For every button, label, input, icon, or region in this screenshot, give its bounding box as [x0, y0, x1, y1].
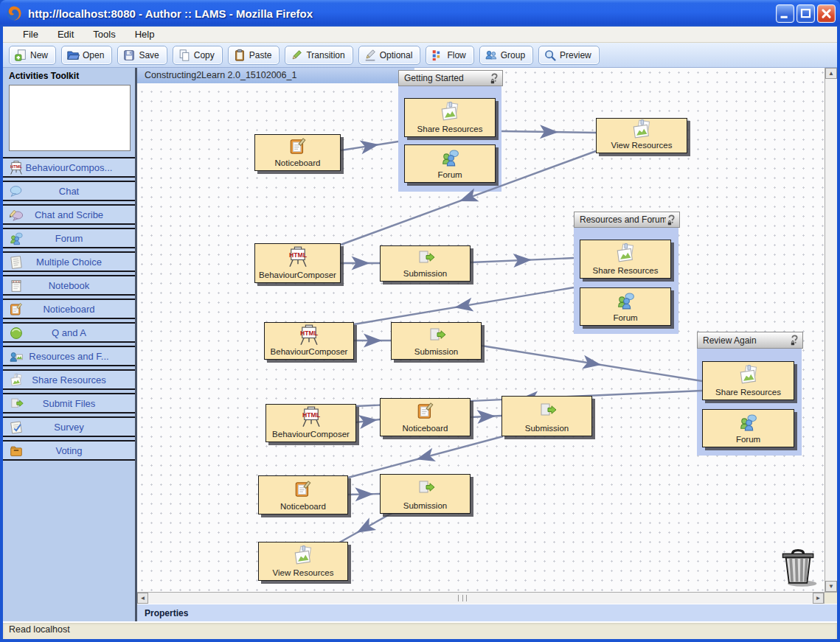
new-icon	[14, 49, 27, 62]
toolbar-button-label: Transition	[306, 50, 344, 60]
sidebar-item-behaviourcompos[interactable]: HTMLBehaviourCompos...	[3, 157, 135, 178]
activity-share-resources[interactable]: Share Resources	[404, 98, 496, 137]
sidebar-item-survey[interactable]: Survey	[3, 416, 135, 437]
resources-icon	[439, 101, 461, 123]
activity-submission[interactable]: Submission	[380, 245, 471, 282]
scroll-up-icon[interactable]: ▲	[825, 68, 837, 79]
status-bar: Read localhost	[3, 621, 837, 639]
resources-icon	[292, 545, 314, 567]
activity-label: Submission	[403, 269, 447, 278]
activity-behaviourcomposer[interactable]: HTMLBehaviourComposer	[254, 243, 341, 283]
maximize-button[interactable]	[796, 4, 815, 23]
submit-icon	[538, 401, 557, 420]
sidebar-item-share-resources[interactable]: Share Resources	[3, 369, 135, 390]
close-icon	[818, 4, 835, 23]
activity-label: Forum	[736, 435, 760, 444]
properties-panel-header[interactable]: Properties	[137, 604, 837, 621]
sidebar-item-chat-and-scribe[interactable]: Chat and Scribe	[3, 204, 135, 225]
activity-share-resources[interactable]: Share Resources	[702, 361, 794, 400]
svg-text:HTML: HTML	[10, 164, 22, 169]
activity-noticeboard[interactable]: Noticeboard	[380, 398, 471, 436]
toolbar-button-label: New	[30, 50, 48, 60]
activity-behaviourcomposer[interactable]: HTMLBehaviourComposer	[265, 404, 356, 442]
resources-icon	[9, 373, 24, 388]
activity-label: Share Resources	[417, 125, 483, 133]
scroll-right-icon[interactable]: ►	[813, 593, 824, 604]
authoring-canvas[interactable]: Constructing2Learn 2.0_15102006_1 Gettin…	[137, 68, 837, 592]
activity-forum[interactable]: Forum	[404, 144, 496, 183]
activity-label: Forum	[437, 170, 462, 179]
sidebar-item-submit-files[interactable]: Submit Files	[3, 393, 135, 414]
horizontal-scroll-track[interactable]	[148, 593, 813, 604]
content-area: Activities Toolkit HTMLBehaviourCompos..…	[3, 68, 837, 621]
window-titlebar: http://localhost:8080 - Author :: LAMS -…	[0, 0, 840, 27]
menu-edit[interactable]: Edit	[48, 27, 83, 41]
trash-bin[interactable]	[777, 548, 821, 588]
sidebar-item-label: Notebook	[49, 280, 90, 291]
activity-submission[interactable]: Submission	[391, 322, 482, 360]
toolbar-button-label: Optional	[380, 50, 413, 60]
sidebar-item-notebook[interactable]: Notebook	[3, 275, 135, 296]
sidebar-item-label: Voting	[55, 445, 82, 456]
submit-icon	[9, 397, 24, 411]
forum-icon	[738, 413, 758, 433]
toolbar-save-button[interactable]: Save	[117, 46, 167, 65]
sidebar-item-label: Chat	[59, 186, 79, 197]
toolbar-preview-button[interactable]: Preview	[538, 46, 600, 65]
toolbar-button-label: Save	[139, 50, 159, 60]
noticeboard-icon	[416, 402, 435, 421]
minimize-button[interactable]	[776, 4, 794, 23]
activity-noticeboard[interactable]: Noticeboard	[254, 134, 341, 171]
sidebar-item-noticeboard[interactable]: Noticeboard	[3, 299, 135, 319]
sidebar-item-resources-and-f[interactable]: Resources and F...	[3, 346, 135, 366]
activity-view-resources[interactable]: View Resources	[596, 118, 687, 153]
activity-view-resources[interactable]: View Resources	[258, 542, 348, 581]
toolbar-group-button[interactable]: Group	[479, 46, 533, 65]
toolbar-flow-button[interactable]: Flow	[426, 46, 473, 65]
toolbar-copy-button[interactable]: Copy	[173, 46, 223, 65]
paste-icon	[233, 49, 246, 62]
activity-label: Submission	[414, 347, 458, 356]
resources-icon	[614, 243, 636, 265]
sidebar-title: Activities Toolkit	[3, 68, 135, 83]
activity-behaviourcomposer[interactable]: HTMLBehaviourComposer	[264, 322, 354, 360]
submit-icon	[427, 326, 446, 345]
toolbar-new-button[interactable]: New	[9, 46, 56, 65]
canvas-horizontal-scrollbar[interactable]: ◄ ►	[137, 592, 837, 604]
open-icon	[66, 49, 80, 62]
menu-help[interactable]: Help	[125, 27, 164, 41]
html-easel-icon: HTML	[300, 406, 322, 428]
toolbar-button-label: Paste	[249, 50, 272, 60]
activity-submission[interactable]: Submission	[380, 474, 471, 514]
toolbar-transition-button[interactable]: Transition	[285, 46, 353, 65]
sidebar-item-forum[interactable]: Forum	[3, 228, 135, 248]
horizontal-scroll-grip[interactable]	[458, 595, 467, 601]
menu-file[interactable]: File	[13, 27, 48, 41]
sidebar-item-chat[interactable]: Chat	[3, 181, 135, 201]
firefox-icon	[6, 5, 22, 21]
activity-forum[interactable]: Forum	[702, 409, 794, 447]
survey-icon	[9, 420, 24, 435]
activity-forum[interactable]: Forum	[580, 287, 671, 326]
toolbar-open-button[interactable]: Open	[61, 46, 112, 65]
sidebar-item-voting[interactable]: Voting	[3, 440, 135, 461]
toolbar-optional-button[interactable]: Optional	[358, 46, 421, 65]
sidebar-item-multiple-choice[interactable]: Multiple Choice	[3, 251, 135, 272]
svg-text:HTML: HTML	[300, 329, 319, 337]
activity-share-resources[interactable]: Share Resources	[580, 240, 671, 279]
scroll-left-icon[interactable]: ◄	[137, 593, 148, 604]
toolbar-button-label: Flow	[447, 50, 465, 60]
sidebar-item-q-and-a[interactable]: Q and A	[3, 322, 135, 343]
trash-icon	[777, 548, 821, 588]
activity-submission[interactable]: Submission	[501, 396, 592, 436]
menu-tools[interactable]: Tools	[83, 27, 125, 41]
close-button[interactable]	[817, 4, 836, 23]
submit-icon	[416, 248, 435, 268]
activity-label: BehaviourComposer	[271, 347, 348, 356]
html-easel-icon: HTML	[287, 246, 309, 268]
scroll-down-icon[interactable]: ▼	[825, 581, 837, 592]
activity-label: BehaviourComposer	[259, 271, 336, 279]
canvas-vertical-scrollbar[interactable]: ▲ ▼	[825, 68, 837, 592]
toolbar-paste-button[interactable]: Paste	[228, 46, 280, 65]
activity-noticeboard[interactable]: Noticeboard	[258, 475, 348, 514]
